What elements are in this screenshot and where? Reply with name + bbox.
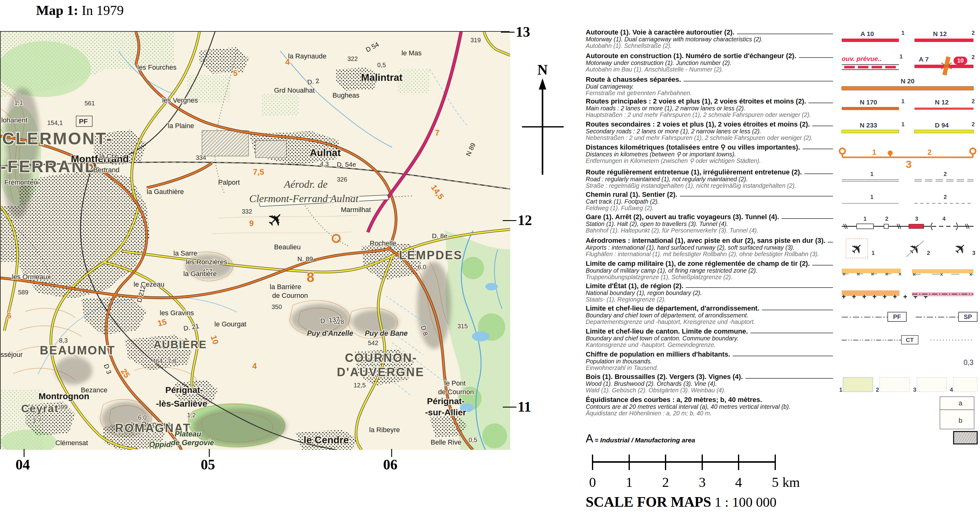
interval-a: a	[959, 399, 963, 407]
map-label: la Crx	[99, 152, 117, 160]
index-2: 2	[928, 148, 932, 156]
index-4: 4	[942, 216, 945, 222]
sp-label: SP	[964, 313, 972, 320]
symbol-motorway-construction: ouv. prévue.. 1 A 7 10 2	[837, 52, 978, 76]
legend-fr: Chiffre de population en milliers d'habi…	[586, 351, 730, 358]
legend-de: Autobahn im Bau (1). Anschlußstelle - Nu…	[586, 66, 834, 73]
legend-en: Motorway (1). Dual carriageway with moto…	[586, 36, 834, 43]
symbol-secondary-roads: N 233 1 D 94 2	[837, 121, 978, 144]
airplane-icon: ✈	[950, 239, 970, 258]
legend-de: Nebenstraßen : 2 und mehr Fahrspuren (1)…	[586, 135, 834, 141]
map-label: 154,1	[47, 120, 63, 126]
road-number: A 10	[861, 30, 874, 37]
map-label: Ceyrat	[21, 402, 59, 415]
legend-en: Boundary of military camp (1), of firing…	[586, 267, 834, 274]
symbol-airports: ✈ 1 ✈ 2 ✈ 3	[837, 237, 978, 260]
map-label: 7,5	[253, 167, 264, 177]
industrial-letter: A	[586, 432, 593, 445]
map-label: de Cournon	[272, 292, 308, 299]
symbol-motorway: A 10 1 N 12 2	[837, 29, 978, 52]
map-label: Marmilhat	[341, 206, 371, 214]
north-arrow: N	[509, 59, 590, 184]
map-label: le Cezeau	[134, 281, 164, 288]
grid-label-right: 12	[518, 212, 532, 228]
map-label: LEMPDES	[399, 249, 463, 262]
map-label: 7	[435, 128, 439, 137]
map-label: 315	[457, 323, 468, 330]
index-2: 2	[972, 30, 975, 36]
legend-row-industrial: A = Industrial / Manufactoring area	[586, 431, 978, 445]
map-label: 542	[368, 340, 378, 346]
map-label: 334	[196, 154, 206, 161]
legend-de: Autobahn (1). Schnellstraße (2).	[586, 43, 834, 49]
junction-number: 10	[957, 57, 964, 64]
map-label: Grd Noualhat	[274, 86, 315, 94]
map-label: la Raynaude	[288, 52, 326, 60]
map-label: D'AUVERGNE	[337, 365, 425, 379]
map-label: 322	[347, 55, 358, 62]
road-number: N 170	[860, 99, 877, 106]
map-label: D. 54e	[337, 161, 356, 168]
legend-row-maintained-road: Route régulièrement entretenue (1), irré…	[586, 169, 978, 191]
airplane-icon: ✈	[847, 239, 867, 258]
map-label: 5	[233, 69, 237, 78]
map-label: 561	[84, 100, 95, 107]
legend-en: Station (1). Halt (2), open to traveller…	[586, 220, 834, 227]
legend-de: Staats- (1), Regiongrenze (2).	[586, 296, 834, 303]
index-1: 1	[872, 250, 875, 256]
svg-text:×: ×	[857, 271, 860, 277]
road-number: N 12	[935, 99, 949, 106]
map-label: Belle Rive	[431, 438, 461, 446]
map-label: les Fourches	[137, 64, 177, 71]
population-example: 0,3	[964, 359, 974, 367]
index-2: 2	[972, 98, 975, 104]
legend-en: Motorway under construction (1). Junctio…	[586, 59, 834, 66]
map-label: 0,5	[377, 62, 386, 69]
map-label: Frémonteix	[4, 179, 38, 186]
map-label: 12,5	[353, 382, 366, 389]
map-label: N. 89	[298, 255, 313, 262]
scale-tick-label: 2	[659, 474, 672, 490]
legend-en: Main roads : 2 lanes or more (1), 2 narr…	[586, 105, 834, 112]
map-label: 1,1	[14, 99, 23, 106]
symbol-military-boundary: ××××× ×××	[837, 260, 978, 282]
legend-row-population: Chiffre de population en milliers d'habi…	[586, 351, 978, 373]
road-number: A 7	[919, 56, 929, 63]
grid-tick	[391, 449, 392, 457]
scale-note-ratio: 1 : 100 000	[715, 495, 776, 510]
symbol-distances: 1 2 3	[837, 144, 978, 169]
page: Map 1: In 1979	[0, 0, 980, 517]
symbol-state-boundary: + + + + + + + + +	[837, 282, 978, 305]
map-label: la Ribeyre	[369, 426, 400, 434]
map-label: de Cournon	[438, 388, 474, 396]
legend-row-airports: Aérodromes : international (1), avec pis…	[586, 237, 978, 260]
map-label: 350	[272, 303, 282, 310]
map-label: 0,5	[469, 437, 477, 443]
legend-en: Population in thousands.	[586, 358, 834, 365]
symbol-maintained-road: 1 2	[837, 169, 978, 191]
map-label: Puy de Bane	[365, 329, 408, 337]
interval-b: b	[959, 416, 962, 424]
legend-row-railway: Gare (1). Arrêt (2), ouvert au trafic vo…	[586, 213, 978, 237]
ct-label: CT	[906, 337, 914, 343]
grid-tick	[503, 407, 516, 408]
map-label: PF	[79, 118, 88, 125]
map-label: -lès-Sarliève	[156, 399, 207, 408]
map-label: 6,0	[418, 263, 426, 270]
map-label: -sur-Allier	[425, 408, 466, 417]
map-label: 1,2	[187, 412, 196, 418]
index-4: 4	[950, 387, 953, 393]
map-label: Rochelle	[370, 239, 396, 247]
legend-de: Äquidistanz der Höhenlinien : a, 20 m; b…	[586, 410, 834, 416]
map-label: 332	[242, 208, 252, 215]
map-canvas: ✈ lohanent154,11,1561PFCLERMONT--FERRAND…	[1, 32, 510, 450]
grid-tick	[209, 449, 210, 457]
road-number: N 12	[933, 30, 947, 37]
map-label: Puy d'Anzelle	[307, 329, 353, 337]
road-number: N 20	[901, 77, 915, 85]
legend-de: Departementsgrenze und -hauptort, Kreisg…	[586, 319, 834, 325]
map-label: Aérodr. de	[283, 179, 328, 190]
legend-row-state-boundary: Limite d'État (1), de région (2). Nation…	[586, 282, 978, 305]
grid-tick	[501, 32, 515, 33]
map-label: Aulnat	[310, 147, 341, 158]
